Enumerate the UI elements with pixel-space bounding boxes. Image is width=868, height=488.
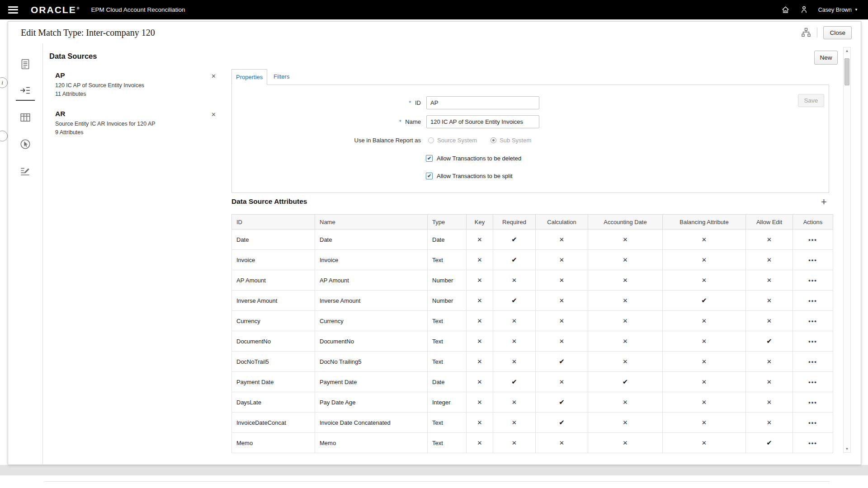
cross-icon: ✕	[623, 338, 627, 345]
row-actions-menu-icon[interactable]: •••	[808, 257, 817, 263]
save-button[interactable]: Save	[798, 94, 824, 107]
tab-filters[interactable]: Filters	[269, 69, 293, 85]
attribute-row[interactable]: InvoiceInvoiceText✕✔✕✕✕✕•••	[232, 250, 833, 270]
row-actions-menu-icon[interactable]: •••	[808, 338, 817, 345]
attr-flag-cell: ✕	[536, 250, 588, 270]
vertical-scrollbar[interactable]: ▲ ▼	[843, 47, 851, 453]
attr-flag-cell: ✕	[493, 413, 536, 433]
divider	[817, 28, 817, 38]
attr-type-cell: Date	[428, 230, 467, 250]
cross-icon: ✕	[767, 297, 772, 304]
row-actions-menu-icon[interactable]: •••	[808, 277, 817, 284]
attr-type-cell: Date	[428, 372, 467, 392]
info-icon: i	[0, 77, 8, 88]
radio-sub-system[interactable]	[491, 137, 496, 143]
row-actions-menu-icon[interactable]: •••	[808, 379, 817, 385]
name-input[interactable]	[426, 115, 539, 128]
data-sources-title: Data Sources	[49, 52, 97, 61]
attribute-row[interactable]: MemoMemoText✕✕✕✕✕✔•••	[232, 433, 833, 453]
attribute-row[interactable]: InvoiceDateConcatInvoice Date Concatenat…	[232, 413, 833, 433]
attribute-row[interactable]: DaysLatePay Date AgeInteger✕✕✔✕✕✕•••	[232, 392, 833, 413]
attr-flag-cell: ✕	[746, 413, 793, 433]
attribute-row[interactable]: DocNoTrail5DocNo Trailing5Text✕✕✔✕✕✕•••	[232, 352, 833, 372]
attribute-row[interactable]: DocumentNoDocumentNoText✕✕✕✕✕✔•••	[232, 331, 833, 352]
allow-delete-label: Allow Transactions to be deleted	[437, 155, 521, 162]
data-source-item-ar[interactable]: AR Source Entity IC AR Invoices for 120 …	[55, 110, 216, 137]
row-actions-menu-icon[interactable]: •••	[808, 318, 817, 324]
attribute-row[interactable]: DateDateDate✕✔✕✕✕✕•••	[232, 230, 833, 250]
cross-icon: ✕	[559, 277, 564, 284]
cross-icon: ✕	[477, 399, 482, 406]
attr-id-cell: Invoice	[232, 250, 315, 270]
cross-icon: ✕	[559, 379, 564, 385]
match-type-properties-icon[interactable]	[16, 54, 35, 74]
attr-flag-cell: ✕	[663, 352, 746, 372]
add-attribute-icon[interactable]: +	[821, 196, 827, 208]
radio-source-system[interactable]	[428, 137, 434, 143]
attribute-row[interactable]: CurrencyCurrencyText✕✕✕✕✕✕•••	[232, 311, 833, 331]
attr-flag-cell: ✕	[536, 372, 588, 392]
row-actions-menu-icon[interactable]: •••	[808, 419, 817, 426]
attr-flag-cell: ✕	[536, 433, 588, 453]
attr-actions-cell: •••	[793, 270, 833, 291]
attr-flag-cell: ✕	[663, 331, 746, 352]
attr-actions-cell: •••	[793, 433, 833, 453]
attr-flag-cell: ✕	[588, 352, 663, 372]
close-button[interactable]: Close	[823, 26, 852, 39]
cross-icon: ✕	[702, 440, 707, 446]
audit-edit-icon[interactable]	[16, 161, 35, 181]
tab-properties[interactable]: Properties	[231, 69, 267, 85]
attr-type-cell: Text	[428, 250, 467, 270]
user-menu[interactable]: Casey Brown ▼	[818, 7, 858, 13]
hamburger-menu-icon[interactable]	[8, 6, 18, 14]
background-divider	[44, 481, 830, 482]
attr-name-cell: Invoice	[315, 250, 428, 270]
row-actions-menu-icon[interactable]: •••	[808, 440, 817, 446]
row-actions-menu-icon[interactable]: •••	[808, 297, 817, 304]
scroll-up-icon[interactable]: ▲	[844, 49, 850, 53]
attr-flag-cell: ✕	[746, 291, 793, 311]
row-actions-menu-icon[interactable]: •••	[808, 399, 817, 406]
data-sources-icon[interactable]	[16, 81, 35, 101]
attr-flag-cell: ✕	[588, 250, 663, 270]
attr-type-cell: Number	[428, 270, 467, 291]
attr-id-cell: DaysLate	[232, 392, 315, 413]
scroll-down-icon[interactable]: ▼	[844, 447, 850, 451]
hierarchy-icon[interactable]	[801, 28, 811, 38]
cross-icon: ✕	[767, 236, 772, 243]
edit-match-type-dialog: Edit Match Type: Inter-company 120 Close	[8, 21, 861, 465]
cross-icon: ✕	[623, 257, 627, 263]
row-actions-menu-icon[interactable]: •••	[808, 236, 817, 243]
attribute-row[interactable]: AP AmountAP AmountNumber✕✕✕✕✕✕•••	[232, 270, 833, 291]
data-source-item-ap[interactable]: AP 120 IC AP of Source Entity Invoices 1…	[55, 71, 216, 99]
attr-flag-cell: ✕	[467, 291, 493, 311]
new-data-source-button[interactable]: New	[814, 51, 838, 65]
run-matching-icon[interactable]	[16, 134, 35, 154]
attribute-row[interactable]: Inverse AmountInverse AmountNumber✕✔✕✕✔✕…	[232, 291, 833, 311]
cross-icon: ✕	[559, 236, 564, 243]
cross-icon: ✕	[767, 379, 772, 385]
cross-icon: ✕	[477, 257, 482, 263]
cross-icon: ✕	[512, 419, 517, 426]
cross-icon: ✕	[702, 379, 707, 385]
scrollbar-thumb[interactable]	[844, 58, 849, 85]
attr-flag-cell: ✔	[536, 392, 588, 413]
attr-flag-cell: ✔	[746, 331, 793, 352]
user-icon[interactable]	[800, 5, 808, 14]
allow-split-checkbox[interactable]: ✔	[426, 173, 433, 179]
id-input[interactable]	[426, 96, 539, 109]
allow-delete-checkbox[interactable]: ✔	[426, 155, 433, 162]
cross-icon: ✕	[702, 257, 707, 263]
match-process-icon[interactable]	[16, 108, 35, 127]
attr-flag-cell: ✕	[536, 270, 588, 291]
home-icon[interactable]	[781, 5, 790, 14]
remove-source-icon[interactable]: ✕	[211, 111, 216, 118]
attribute-row[interactable]: Payment DatePayment DateDate✕✔✕✔✕✕•••	[232, 372, 833, 392]
cross-icon: ✕	[623, 318, 627, 324]
radio-sub-system-label: Sub System	[500, 137, 531, 144]
source-id: AP	[55, 71, 216, 80]
attr-id-cell: Date	[232, 230, 315, 250]
radio-source-system-label: Source System	[437, 137, 477, 144]
remove-source-icon[interactable]: ✕	[211, 73, 216, 80]
row-actions-menu-icon[interactable]: •••	[808, 358, 817, 365]
